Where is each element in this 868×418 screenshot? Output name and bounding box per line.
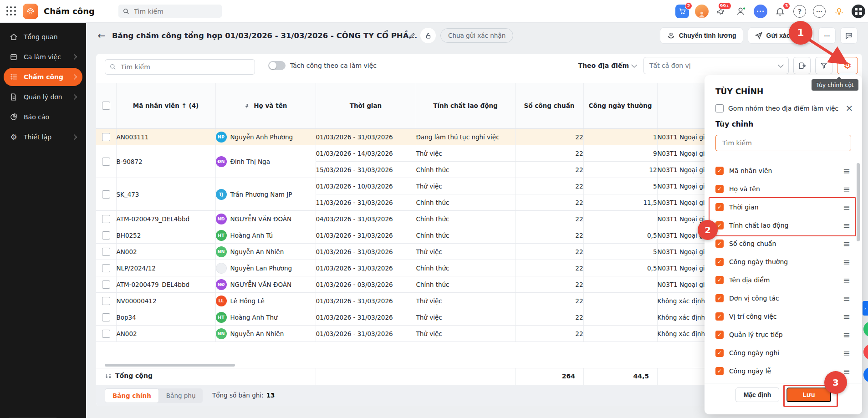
panel-search-input[interactable] <box>721 139 845 147</box>
column-checkbox[interactable]: ✓ <box>715 294 724 302</box>
table-search[interactable] <box>105 59 255 75</box>
employee-code: SK_473 <box>116 178 215 211</box>
standard-days: 22 <box>515 326 583 342</box>
panel-scrollbar[interactable] <box>857 163 860 241</box>
sidebar-item-pie-chart[interactable]: Báo cáo <box>4 108 82 126</box>
sidebar-item-gear[interactable]: ⚙ Thiết lập <box>4 128 82 146</box>
sidebar-item-calendar[interactable]: Ca làm việc <box>4 48 82 66</box>
weekday-count <box>583 326 657 342</box>
header-weekday[interactable]: Công ngày thường <box>583 83 657 129</box>
drag-handle-icon[interactable]: ≡ <box>843 276 850 285</box>
edit-title-button[interactable] <box>408 32 416 40</box>
drag-handle-icon[interactable]: ≡ <box>843 349 850 357</box>
customize-panel: TÙY CHỈNH Gom nhóm theo địa điểm làm việ… <box>705 75 862 414</box>
drag-handle-icon[interactable]: ≡ <box>843 294 850 303</box>
employee-name: Lê Hồng Lê <box>230 297 265 305</box>
help-button[interactable]: ? <box>793 5 807 18</box>
table-scroll-right-tab[interactable]: › <box>863 301 868 316</box>
header-code[interactable]: Mã nhân viên ↑ (4) <box>116 83 215 129</box>
drag-handle-icon[interactable]: ≡ <box>843 240 850 248</box>
employee-name: NGUYỄN VĂN ĐOÀN <box>230 215 292 223</box>
column-checkbox[interactable]: ✓ <box>715 349 724 357</box>
labor-type: Thử việc <box>416 326 515 342</box>
group-by-location-checkbox[interactable] <box>715 104 724 112</box>
chat-button[interactable]: ··· <box>754 5 767 18</box>
column-checkbox[interactable]: ✓ <box>715 240 724 248</box>
header-name[interactable]: Họ và tên <box>215 83 316 129</box>
row-checkbox[interactable] <box>102 297 110 305</box>
add-user-button[interactable] <box>734 5 748 18</box>
unit-select[interactable]: Tất cả đơn vị <box>643 57 789 74</box>
floating-support-green[interactable] <box>863 321 868 337</box>
floating-support-red[interactable] <box>863 344 868 360</box>
tab-main-table[interactable]: Bảng chính <box>105 388 159 403</box>
standard-days: 22 <box>515 309 583 326</box>
split-by-shift-toggle[interactable] <box>268 61 286 70</box>
app-logo-fingerprint-icon[interactable] <box>23 4 38 19</box>
column-label: Số công chuẩn <box>729 240 837 247</box>
drag-handle-icon[interactable]: ≡ <box>843 312 850 321</box>
floating-support-blue[interactable] <box>863 367 868 382</box>
column-checkbox[interactable]: ✓ <box>715 258 724 266</box>
app-grid-icon[interactable] <box>5 5 17 17</box>
column-checkbox[interactable]: ✓ <box>715 276 724 284</box>
drag-handle-icon[interactable]: ≡ <box>843 367 850 376</box>
lock-status-button[interactable] <box>420 28 436 43</box>
row-checkbox[interactable] <box>102 264 110 272</box>
column-checkbox[interactable]: ✓ <box>715 312 724 321</box>
row-checkbox[interactable] <box>102 313 110 321</box>
whats-new-button[interactable] <box>832 5 846 18</box>
user-avatar[interactable] <box>695 5 709 18</box>
row-checkbox[interactable] <box>102 231 110 240</box>
employee-code: NLP/2024/12 <box>116 260 215 276</box>
column-checkbox[interactable]: ✓ <box>715 185 724 193</box>
select-all-checkbox[interactable] <box>102 102 110 110</box>
horizontal-scrollbar[interactable] <box>105 364 235 367</box>
announcements-button[interactable]: 99+ <box>715 5 728 18</box>
table-search-input[interactable] <box>120 63 240 71</box>
row-checkbox[interactable] <box>102 248 110 256</box>
step2-badge: 2 <box>698 220 718 240</box>
sidebar-item-checklist[interactable]: Chấm công <box>4 68 82 86</box>
drag-handle-icon[interactable]: ≡ <box>843 167 850 175</box>
row-checkbox[interactable] <box>102 158 110 166</box>
employee-name-cell: LLLê Hồng Lê <box>215 293 316 309</box>
drag-handle-icon[interactable]: ≡ <box>843 331 850 339</box>
column-checkbox[interactable]: ✓ <box>715 367 724 375</box>
tab-sub-table[interactable]: Bảng phụ <box>159 388 203 403</box>
qr-avatar[interactable] <box>852 5 865 18</box>
drag-handle-icon[interactable]: ≡ <box>843 185 850 194</box>
default-button[interactable]: Mặc định <box>735 387 779 402</box>
row-checkbox[interactable] <box>102 133 110 141</box>
sidebar-item-document[interactable]: Quản lý đơn <box>4 88 82 106</box>
row-checkbox[interactable] <box>102 215 110 223</box>
employee-name: Nguyễn An Nhiên <box>230 248 284 255</box>
period-dates: 01/03/2026 - 31/03/2026 <box>316 244 416 260</box>
panel-search[interactable] <box>715 135 851 151</box>
header-standard[interactable]: Số công chuẩn <box>515 83 583 129</box>
header-time[interactable]: Thời gian <box>316 83 416 129</box>
row-checkbox[interactable] <box>102 280 110 289</box>
row-checkbox[interactable] <box>102 330 110 338</box>
notifications-button[interactable]: 3 <box>773 5 787 18</box>
drag-handle-icon[interactable]: ≡ <box>843 258 850 266</box>
close-icon[interactable]: × <box>844 102 855 113</box>
chevron-down-icon <box>778 62 784 68</box>
period-dates: 01/03/2026 - 31/03/2026 <box>316 129 416 145</box>
header-type[interactable]: Tính chất lao động <box>416 83 515 129</box>
period-dates: 01/03/2026 - 31/03/2026 <box>316 326 416 342</box>
filter-row: Tách công theo ca làm việc Theo địa điểm… <box>96 54 862 77</box>
back-button[interactable]: ← <box>96 30 107 41</box>
transfer-payroll-button[interactable]: Chuyển tính lương <box>660 27 743 44</box>
app-title: Chấm công <box>44 6 95 16</box>
sidebar-item-home[interactable]: Tổng quan <box>4 28 82 46</box>
employee-name: Nguyễn Anh Phương <box>230 133 293 141</box>
more-apps-button[interactable]: ⋯ <box>812 5 826 18</box>
global-search[interactable] <box>118 5 222 18</box>
cart-button[interactable]: 2 <box>675 5 689 18</box>
column-checkbox[interactable]: ✓ <box>715 331 724 339</box>
row-checkbox[interactable] <box>102 190 110 199</box>
group-by-dropdown[interactable]: Theo địa điểm <box>578 62 636 69</box>
column-checkbox[interactable]: ✓ <box>715 167 724 175</box>
global-search-input[interactable] <box>133 7 203 15</box>
